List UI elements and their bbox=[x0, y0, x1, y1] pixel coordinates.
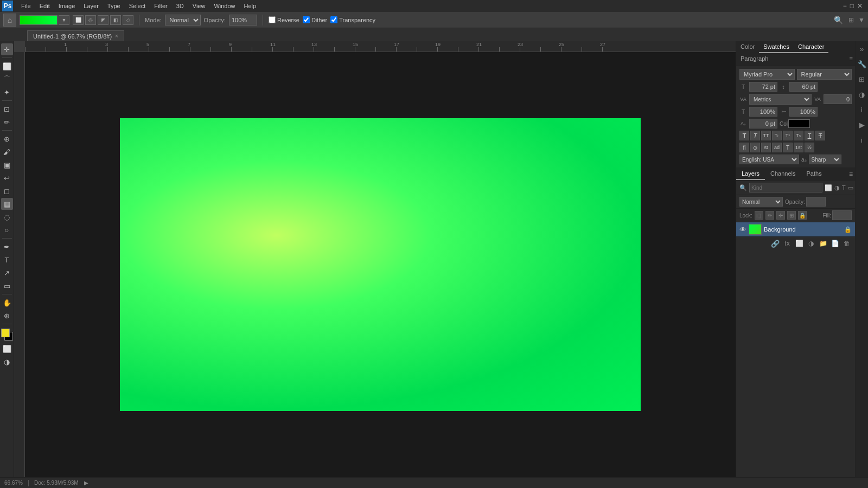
fmt-circle[interactable]: ⊙ bbox=[750, 143, 760, 152]
font-size-input[interactable] bbox=[749, 82, 777, 92]
gradient-diamond-btn[interactable]: ◇ bbox=[123, 15, 133, 25]
add-mask-btn[interactable]: ⬜ bbox=[794, 239, 804, 248]
gradient-preview[interactable] bbox=[20, 15, 58, 25]
delete-layer-btn[interactable]: 🗑 bbox=[842, 239, 852, 248]
text-color-swatch[interactable] bbox=[788, 119, 810, 128]
layers-panel-menu[interactable]: ≡ bbox=[847, 168, 855, 180]
history-brush-tool[interactable]: ↩ bbox=[1, 172, 13, 184]
fmt-1st[interactable]: 1st bbox=[794, 143, 803, 152]
side-collapse-btn[interactable]: » bbox=[857, 43, 867, 54]
baseline-input[interactable] bbox=[749, 119, 777, 129]
menu-edit[interactable]: Edit bbox=[36, 2, 54, 10]
search-icon[interactable]: 🔍 bbox=[834, 16, 843, 24]
lock-image-btn[interactable]: ✏ bbox=[765, 211, 774, 220]
transparency-checkbox-label[interactable]: Transparency bbox=[330, 16, 375, 23]
add-style-btn[interactable]: fx bbox=[782, 239, 792, 248]
fmt-italic[interactable]: T bbox=[750, 131, 760, 140]
tab-color[interactable]: Color bbox=[736, 41, 759, 53]
mode-select[interactable]: Normal bbox=[165, 15, 201, 25]
menu-3d[interactable]: 3D bbox=[173, 2, 188, 10]
filter-type-btn[interactable]: T bbox=[842, 183, 846, 192]
shape-tool[interactable]: ▭ bbox=[1, 280, 13, 292]
fmt-all-caps[interactable]: TT bbox=[761, 131, 771, 140]
zoom-tool[interactable]: ⊕ bbox=[1, 310, 13, 322]
canvas-area[interactable]: // We'll render ruler ticks via JS after… bbox=[14, 41, 736, 477]
fmt-T[interactable]: T bbox=[783, 143, 793, 152]
stamp-tool[interactable]: ▣ bbox=[1, 159, 13, 171]
vscale-input[interactable] bbox=[789, 107, 818, 117]
home-button[interactable]: ⌂ bbox=[3, 14, 16, 27]
gradient-radial-btn[interactable]: ◎ bbox=[85, 15, 96, 25]
layers-tab-paths[interactable]: Paths bbox=[801, 168, 827, 180]
layers-mode-select[interactable]: Normal bbox=[739, 197, 783, 207]
layers-tab-channels[interactable]: Channels bbox=[765, 168, 801, 180]
new-layer-btn[interactable]: 📄 bbox=[830, 239, 840, 248]
side-properties-btn[interactable]: i bbox=[857, 104, 867, 115]
reverse-checkbox-label[interactable]: Reverse bbox=[269, 16, 299, 23]
tab-swatches[interactable]: Swatches bbox=[759, 41, 794, 53]
minimize-btn[interactable]: − bbox=[843, 2, 847, 10]
layer-visibility-icon[interactable]: 👁 bbox=[739, 226, 746, 234]
lock-transparent-btn[interactable]: ⬚ bbox=[755, 211, 763, 220]
gradient-tool[interactable]: ▦ bbox=[1, 198, 13, 210]
canvas-background[interactable] bbox=[25, 52, 736, 477]
filter-adj-btn[interactable]: ◑ bbox=[834, 183, 840, 192]
menu-image[interactable]: Image bbox=[55, 2, 79, 10]
layers-search-input[interactable] bbox=[749, 183, 822, 192]
menu-view[interactable]: View bbox=[189, 2, 209, 10]
fmt-bold[interactable]: T bbox=[739, 131, 749, 140]
side-layout-btn[interactable]: ⊞ bbox=[857, 74, 867, 85]
side-timeline-btn[interactable]: ▶ bbox=[857, 119, 867, 130]
menu-type[interactable]: Type bbox=[104, 2, 124, 10]
lang-select[interactable]: English: USA bbox=[739, 155, 799, 164]
panel-collapse-btn[interactable]: ≡ bbox=[847, 53, 855, 65]
quick-mask-btn[interactable]: ◑ bbox=[1, 356, 13, 368]
pen-tool[interactable]: ✒ bbox=[1, 241, 13, 253]
gradient-reflected-btn[interactable]: ◧ bbox=[110, 15, 121, 25]
close-btn[interactable]: ✕ bbox=[857, 2, 863, 10]
hscale-input[interactable] bbox=[749, 107, 777, 117]
dither-checkbox[interactable] bbox=[303, 16, 310, 23]
type-tool[interactable]: T bbox=[1, 254, 13, 266]
tab-character[interactable]: Character bbox=[794, 41, 828, 53]
dither-checkbox-label[interactable]: Dither bbox=[303, 16, 327, 23]
filter-pixel-btn[interactable]: ⬜ bbox=[825, 183, 832, 192]
eraser-tool[interactable]: ◻ bbox=[1, 185, 13, 197]
layer-background[interactable]: 👁 Background 🔒 bbox=[736, 222, 855, 236]
fmt-superscript[interactable]: T¹ bbox=[783, 131, 793, 140]
side-tools-btn[interactable]: 🔧 bbox=[857, 59, 867, 69]
new-fill-adj-btn[interactable]: ◑ bbox=[806, 239, 816, 248]
leading-input[interactable] bbox=[789, 82, 818, 92]
document-tab[interactable]: Untitled-1 @ 66.7% (RGB/8#) × bbox=[27, 30, 124, 41]
layers-tab-layers[interactable]: Layers bbox=[736, 168, 765, 180]
font-family-select[interactable]: Myriad Pro bbox=[739, 69, 795, 80]
healing-brush-tool[interactable]: ⊕ bbox=[1, 133, 13, 145]
aa-select[interactable]: Sharp bbox=[809, 155, 841, 164]
crop-tool[interactable]: ⊡ bbox=[1, 103, 13, 115]
fmt-half[interactable]: ½ bbox=[805, 143, 814, 152]
lock-position-btn[interactable]: ✛ bbox=[776, 211, 785, 220]
gradient-linear-btn[interactable]: ⬜ bbox=[73, 15, 84, 25]
transparency-checkbox[interactable] bbox=[330, 16, 337, 23]
fill-input[interactable]: 100% bbox=[832, 210, 852, 220]
lock-artboard-btn[interactable]: ⊞ bbox=[787, 211, 796, 220]
lock-all-btn[interactable]: 🔒 bbox=[798, 211, 807, 220]
expand-btn[interactable]: ▼ bbox=[858, 16, 865, 24]
font-style-select[interactable]: Regular bbox=[797, 69, 852, 80]
blur-tool[interactable]: ◌ bbox=[1, 211, 13, 223]
tracking-input[interactable] bbox=[824, 94, 852, 104]
status-arrow-btn[interactable]: ▶ bbox=[84, 480, 88, 486]
maximize-btn[interactable]: □ bbox=[850, 2, 854, 10]
hand-tool[interactable]: ✋ bbox=[1, 297, 13, 309]
lasso-tool[interactable]: ⌒ bbox=[1, 73, 13, 85]
side-adjust-btn[interactable]: ◑ bbox=[857, 89, 867, 100]
fmt-small-caps[interactable]: Tₜ bbox=[772, 131, 782, 140]
menu-layer[interactable]: Layer bbox=[80, 2, 103, 10]
filter-shape-btn[interactable]: ▭ bbox=[848, 183, 853, 192]
fmt-ad[interactable]: ad bbox=[772, 143, 782, 152]
marquee-tool[interactable]: ⬜ bbox=[1, 60, 13, 72]
menu-select[interactable]: Select bbox=[125, 2, 150, 10]
foreground-color-swatch[interactable] bbox=[1, 329, 10, 337]
fmt-st[interactable]: st bbox=[761, 143, 771, 152]
menu-help[interactable]: Help bbox=[240, 2, 260, 10]
